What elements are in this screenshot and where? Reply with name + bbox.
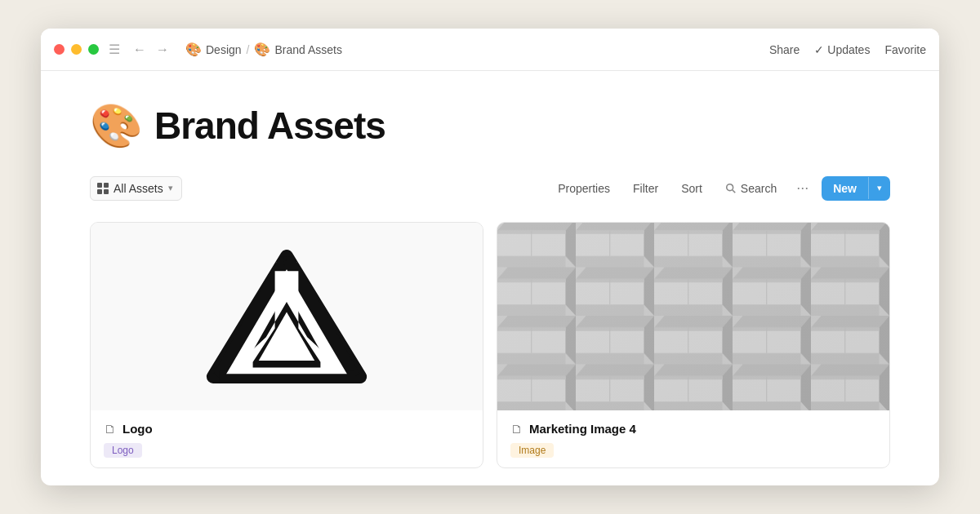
- new-button-group: New ▾: [822, 176, 890, 201]
- file-icon: 🗋: [104, 422, 116, 436]
- page-title-row: 🎨 Brand Assets: [90, 104, 890, 148]
- card-marketing-image[interactable]: 🗋 Marketing Image 4 Image: [497, 222, 890, 468]
- card-logo-name: Logo: [122, 422, 153, 436]
- window-controls: [54, 44, 99, 55]
- updates-button[interactable]: ✓ Updates: [814, 43, 870, 56]
- page-title: Brand Assets: [154, 104, 385, 148]
- share-button[interactable]: Share: [769, 43, 800, 56]
- page-emoji-icon: 🎨: [90, 104, 143, 147]
- card-marketing-image-image: [497, 223, 889, 410]
- hamburger-icon[interactable]: ☰: [109, 42, 120, 57]
- sort-button[interactable]: Sort: [671, 176, 712, 201]
- toolbar-right: Properties Filter Sort Search ··· New ▾: [548, 174, 890, 202]
- brand-assets-emoji-icon: 🎨: [254, 42, 270, 57]
- chevron-down-icon: ▾: [168, 183, 173, 193]
- card-marketing-image-name-row: 🗋 Marketing Image 4: [510, 422, 876, 436]
- forward-button[interactable]: →: [153, 41, 172, 59]
- svg-point-0: [727, 184, 733, 190]
- breadcrumb: 🎨 Design / 🎨 Brand Assets: [185, 42, 769, 57]
- design-emoji-icon: 🎨: [185, 42, 202, 57]
- breadcrumb-brand-assets-label: Brand Assets: [274, 43, 342, 56]
- titlebar: ☰ ← → 🎨 Design / 🎨 Brand Assets Share ✓ …: [41, 29, 939, 71]
- toolbar: All Assets ▾ Properties Filter Sort Sear…: [90, 174, 890, 202]
- nav-arrows: ← →: [130, 41, 172, 59]
- filter-button[interactable]: Filter: [623, 176, 668, 201]
- new-button[interactable]: New: [822, 176, 868, 201]
- back-button[interactable]: ←: [130, 41, 149, 59]
- view-selector[interactable]: All Assets ▾: [90, 176, 182, 201]
- arch-pattern-svg: [497, 223, 889, 410]
- svg-rect-34: [497, 223, 889, 410]
- search-icon: [725, 183, 737, 194]
- svg-line-1: [733, 189, 736, 193]
- main-window: ☰ ← → 🎨 Design / 🎨 Brand Assets Share ✓ …: [41, 29, 939, 485]
- breadcrumb-design-label: Design: [206, 43, 242, 56]
- search-button[interactable]: Search: [715, 176, 786, 201]
- card-logo-tag[interactable]: Logo: [104, 443, 142, 458]
- minimize-button[interactable]: [71, 44, 82, 55]
- gallery: 🗋 Logo Logo: [90, 222, 890, 468]
- new-dropdown-button[interactable]: ▾: [868, 177, 890, 199]
- close-button[interactable]: [54, 44, 65, 55]
- card-marketing-image-tag[interactable]: Image: [510, 443, 554, 458]
- grid-view-icon: [97, 183, 109, 194]
- card-logo-image: [91, 223, 483, 410]
- breadcrumb-brand-assets[interactable]: 🎨 Brand Assets: [254, 42, 342, 57]
- titlebar-actions: Share ✓ Updates Favorite: [769, 43, 926, 56]
- file-icon-2: 🗋: [510, 422, 523, 436]
- maximize-button[interactable]: [88, 44, 99, 55]
- view-label: All Assets: [114, 182, 163, 195]
- card-logo[interactable]: 🗋 Logo Logo: [90, 222, 483, 468]
- logo-svg: [205, 243, 368, 390]
- check-icon: ✓: [814, 43, 824, 56]
- breadcrumb-design[interactable]: 🎨 Design: [185, 42, 242, 57]
- card-marketing-image-name: Marketing Image 4: [529, 422, 636, 436]
- properties-button[interactable]: Properties: [548, 176, 620, 201]
- main-content: 🎨 Brand Assets All Assets ▾ Properties F…: [41, 71, 939, 485]
- card-logo-footer: 🗋 Logo Logo: [91, 410, 483, 467]
- card-marketing-image-footer: 🗋 Marketing Image 4 Image: [497, 410, 889, 467]
- breadcrumb-separator: /: [247, 43, 250, 56]
- favorite-button[interactable]: Favorite: [884, 43, 926, 56]
- card-logo-name-row: 🗋 Logo: [104, 422, 470, 436]
- more-options-button[interactable]: ···: [790, 174, 815, 202]
